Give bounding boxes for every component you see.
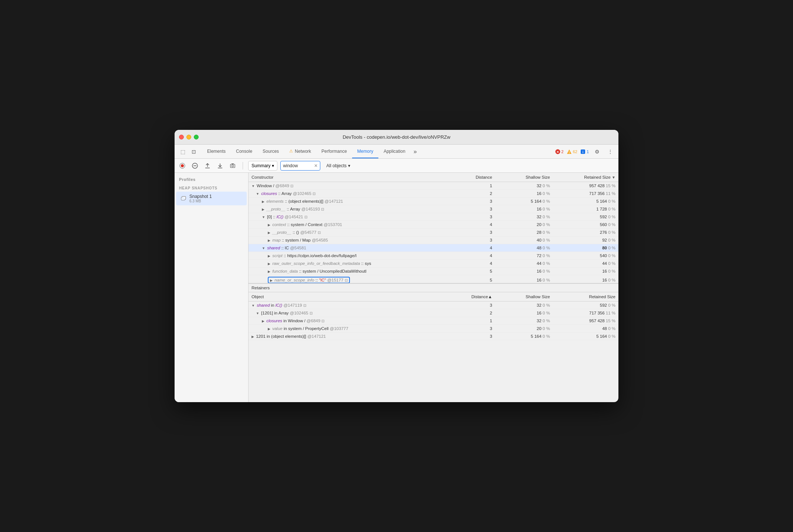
upload-button[interactable] (203, 161, 212, 171)
tree-toggle[interactable] (252, 335, 254, 339)
tree-toggle[interactable] (270, 279, 273, 282)
table-row-selected[interactable]: shared :: lC @54581 4 48 0 % 80 0 % (249, 244, 618, 252)
table-row[interactable]: map :: system / Map @54585 3 40 0 % 92 0… (249, 236, 618, 244)
col-header-retained[interactable]: Retained Size ▼ (553, 173, 618, 182)
table-row[interactable]: context :: system / Context @153701 4 20… (249, 221, 618, 229)
tree-toggle[interactable] (268, 231, 270, 235)
lower-table: Object Distance▲ Shallow Size Retained S… (249, 292, 618, 340)
tree-toggle[interactable] (268, 270, 270, 273)
tab-application[interactable]: Application (378, 145, 411, 158)
tree-toggle[interactable] (268, 262, 270, 266)
warning-count: ! 62 (567, 149, 577, 154)
svg-rect-12 (230, 164, 235, 168)
col-header-distance-ret[interactable]: Distance▲ (457, 292, 495, 302)
tab-network[interactable]: ⚠ Network (284, 145, 316, 158)
col-header-object[interactable]: Object (249, 292, 457, 302)
snapshot-button[interactable] (228, 161, 237, 171)
table-row[interactable]: Window / @6849 ⊡ 1 32 0 % 957 428 15 % (249, 182, 618, 190)
svg-point-7 (181, 164, 184, 167)
svg-rect-17 (182, 197, 185, 200)
tree-toggle[interactable] (268, 239, 270, 242)
table-row[interactable]: __proto__ :: () @54577 ⊡ 3 28 0 % 276 0 … (249, 229, 618, 236)
toolbar-divider-1 (243, 162, 243, 169)
info-count: i 1 (580, 149, 589, 154)
filter-clear-button[interactable]: ✕ (314, 163, 318, 168)
sort-indicator: ▼ (612, 175, 615, 179)
tree-toggle[interactable] (252, 304, 255, 307)
table-row[interactable]: function_data :: system / UncompiledData… (249, 267, 618, 275)
traffic-lights (179, 135, 199, 139)
tree-toggle[interactable] (256, 192, 259, 196)
svg-point-13 (232, 165, 234, 167)
table-row[interactable]: raw_outer_scope_info_or_feedback_metadat… (249, 260, 618, 267)
table-row[interactable]: closures :: Array @102465 ⊡ 2 16 0 % 717… (249, 190, 618, 198)
tree-toggle[interactable] (268, 254, 270, 258)
filter-text-input[interactable] (283, 163, 313, 168)
tree-toggle[interactable] (256, 312, 259, 315)
table-row[interactable]: script :: https://cdpn.io/web-dot-dev/fu… (249, 252, 618, 260)
error-count: ✕ 2 (555, 149, 564, 154)
table-row-highlighted[interactable]: name_or_scope_info :: "lC" @15177 ⊡ 5 16… (249, 275, 618, 283)
col-header-shallow-ret[interactable]: Shallow Size (495, 292, 553, 302)
table-row[interactable]: 1201 in (object elements)[] @147121 3 5 … (249, 332, 618, 340)
tree-toggle[interactable] (262, 319, 264, 323)
more-options-icon[interactable]: ⋮ (605, 147, 615, 157)
record-button[interactable] (178, 161, 187, 171)
snapshot-info: Snapshot 1 6.3 MB (189, 194, 212, 203)
inspect-icon[interactable]: ⬚ (178, 147, 188, 157)
table-row[interactable]: value in system / PropertyCell @103777 3… (249, 324, 618, 332)
retainers-header: Retainers (249, 283, 618, 292)
tab-right-area: ✕ 2 ! 62 i 1 ⚙ ⋮ (555, 145, 617, 158)
minimize-button[interactable] (186, 135, 191, 139)
close-button[interactable] (179, 135, 184, 139)
sidebar-title: Profiles (175, 176, 248, 185)
table-row[interactable]: closures in Window / @6849 ⊡ 1 32 0 % 95… (249, 317, 618, 324)
table-row[interactable]: [1201] in Array @102465 ⊡ 2 16 0 % 717 3… (249, 309, 618, 317)
table-row[interactable]: __proto__ :: Array @145193 ⊡ 3 16 0 % 1 … (249, 205, 618, 213)
upper-table: Constructor Distance Shallow Size Retain… (249, 173, 618, 283)
col-header-distance[interactable]: Distance (457, 173, 495, 182)
sidebar-section: HEAP SNAPSHOTS (175, 185, 248, 192)
view-selector[interactable]: Summary ▾ (248, 161, 277, 171)
col-header-shallow[interactable]: Shallow Size (495, 173, 553, 182)
svg-rect-14 (232, 164, 234, 164)
objects-filter[interactable]: All objects ▾ (323, 161, 353, 171)
responsive-icon[interactable]: ⊡ (189, 147, 199, 157)
clear-button[interactable] (190, 161, 200, 171)
tree-toggle[interactable] (262, 200, 264, 203)
sidebar: Profiles HEAP SNAPSHOTS Snapshot 1 6.3 M… (175, 173, 249, 402)
upper-table-section: Constructor Distance Shallow Size Retain… (249, 173, 618, 283)
titlebar: DevTools - codepen.io/web-dot-dev/live/o… (175, 130, 618, 145)
maximize-button[interactable] (194, 135, 199, 139)
tab-performance[interactable]: Performance (316, 145, 352, 158)
more-tabs-button[interactable]: » (411, 145, 420, 158)
tree-toggle[interactable] (268, 327, 270, 331)
table-row[interactable]: shared in lC() @147119 ⊡ 3 32 0 % 592 0 … (249, 301, 618, 309)
tab-memory[interactable]: Memory (352, 145, 378, 158)
lower-table-section: Object Distance▲ Shallow Size Retained S… (249, 292, 618, 403)
main-content: Profiles HEAP SNAPSHOTS Snapshot 1 6.3 M… (175, 173, 618, 402)
tree-toggle[interactable] (252, 184, 255, 188)
tree-toggle[interactable] (268, 223, 270, 227)
content-area: Constructor Distance Shallow Size Retain… (249, 173, 618, 402)
col-header-constructor[interactable]: Constructor (249, 173, 457, 182)
tab-elements[interactable]: Elements (202, 145, 231, 158)
tree-toggle[interactable] (262, 208, 264, 211)
window-title: DevTools - codepen.io/web-dot-dev/live/o… (342, 134, 450, 140)
filter-input[interactable]: ✕ (280, 161, 320, 171)
svg-text:✕: ✕ (556, 150, 559, 154)
table-row[interactable]: [0] :: lC() @145421 ⊡ 3 32 0 % 592 0 % (249, 213, 618, 221)
tree-toggle[interactable] (262, 215, 265, 219)
download-button[interactable] (215, 161, 225, 171)
memory-toolbar: Summary ▾ ✕ All objects ▾ (175, 159, 618, 173)
tab-sources[interactable]: Sources (257, 145, 284, 158)
svg-text:i: i (583, 150, 584, 154)
svg-text:!: ! (568, 150, 570, 154)
highlighted-cell: name_or_scope_info :: "lC" @15177 ⊡ (268, 277, 350, 283)
tree-toggle[interactable] (262, 246, 265, 250)
col-header-retained-ret[interactable]: Retained Size (553, 292, 618, 302)
table-row[interactable]: elements :: (object elements)[] @147121 … (249, 198, 618, 205)
tab-console[interactable]: Console (231, 145, 257, 158)
settings-icon[interactable]: ⚙ (592, 147, 602, 157)
sidebar-item-snapshot1[interactable]: Snapshot 1 6.3 MB (176, 192, 247, 205)
